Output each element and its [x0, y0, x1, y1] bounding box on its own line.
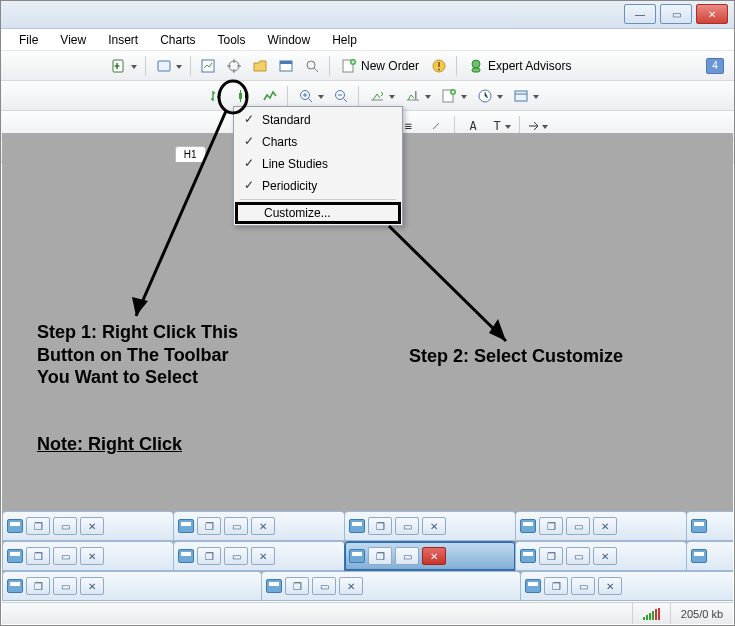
mdi-window[interactable] [686, 511, 733, 541]
ctx-periodicity[interactable]: Periodicity [236, 175, 400, 197]
mdi-restore-button[interactable]: ❐ [26, 517, 50, 535]
mdi-maximize-button[interactable]: ▭ [224, 517, 248, 535]
chart-window-icon [691, 549, 707, 563]
metaquotes-button[interactable] [427, 55, 451, 77]
mdi-maximize-button[interactable]: ▭ [395, 547, 419, 565]
traffic-counter: 205/0 kb [670, 603, 733, 624]
period-tab-h1[interactable]: H1 [175, 146, 206, 162]
mdi-close-button[interactable]: ✕ [598, 577, 622, 595]
indicators-button[interactable] [436, 85, 470, 107]
mdi-window[interactable] [686, 541, 733, 571]
expert-advisors-button[interactable]: Expert Advisors [461, 55, 578, 77]
mdi-close-button[interactable]: ✕ [593, 517, 617, 535]
mdi-maximize-button[interactable]: ▭ [53, 547, 77, 565]
folder-star-icon [252, 58, 268, 74]
mdi-maximize-button[interactable]: ▭ [53, 517, 77, 535]
close-button[interactable]: ✕ [696, 4, 728, 24]
chart-window-icon [178, 549, 194, 563]
menu-insert[interactable]: Insert [98, 31, 148, 49]
svg-rect-14 [245, 92, 248, 98]
mdi-window[interactable]: ❐ ▭ ✕ [515, 511, 687, 541]
mdi-restore-button[interactable]: ❐ [544, 577, 568, 595]
maximize-button[interactable]: ▭ [660, 4, 692, 24]
new-chart-button[interactable] [106, 55, 140, 77]
mdi-restore-button[interactable]: ❐ [197, 547, 221, 565]
ctx-customize[interactable]: Customize... [235, 202, 401, 224]
market-watch-button[interactable] [196, 55, 220, 77]
mdi-close-button[interactable]: ✕ [80, 547, 104, 565]
indicators-icon [441, 88, 457, 104]
mdi-close-button[interactable]: ✕ [251, 517, 275, 535]
new-order-button[interactable]: New Order [334, 55, 426, 77]
chart-window-icon [178, 519, 194, 533]
line-chart-button[interactable] [258, 85, 282, 107]
mdi-maximize-button[interactable]: ▭ [395, 517, 419, 535]
mdi-restore-button[interactable]: ❐ [26, 577, 50, 595]
navigator-button[interactable] [222, 55, 246, 77]
mdi-window[interactable]: ❐ ▭ ✕ [515, 541, 687, 571]
templates-button[interactable] [508, 85, 542, 107]
profiles-button[interactable] [151, 55, 185, 77]
mdi-close-button[interactable]: ✕ [593, 547, 617, 565]
chart-window-icon [7, 519, 23, 533]
mdi-close-button[interactable]: ✕ [80, 517, 104, 535]
mdi-maximize-button[interactable]: ▭ [566, 547, 590, 565]
mdi-restore-button[interactable]: ❐ [368, 547, 392, 565]
mdi-restore-button[interactable]: ❐ [26, 547, 50, 565]
chart-shift-button[interactable] [400, 85, 434, 107]
minimize-button[interactable]: — [624, 4, 656, 24]
mdi-window[interactable]: ❐ ▭ ✕ [261, 571, 521, 601]
mdi-window[interactable]: ❐ ▭ ✕ [520, 571, 733, 601]
mdi-window[interactable]: ❐ ▭ ✕ [2, 511, 174, 541]
zoom-in-button[interactable] [293, 85, 327, 107]
mdi-close-button[interactable]: ✕ [422, 517, 446, 535]
menu-tools[interactable]: Tools [208, 31, 256, 49]
expert-advisors-icon [468, 58, 484, 74]
mdi-window[interactable]: ❐ ▭ ✕ [173, 511, 345, 541]
mdi-window[interactable]: ❐ ▭ ✕ [2, 571, 262, 601]
mdi-maximize-button[interactable]: ▭ [53, 577, 77, 595]
terminal-icon [278, 58, 294, 74]
mdi-window[interactable]: ❐ ▭ ✕ [2, 541, 174, 571]
menu-charts[interactable]: Charts [150, 31, 205, 49]
mdi-restore-button[interactable]: ❐ [539, 517, 563, 535]
mdi-restore-button[interactable]: ❐ [368, 517, 392, 535]
mdi-restore-button[interactable]: ❐ [197, 517, 221, 535]
mdi-restore-button[interactable]: ❐ [285, 577, 309, 595]
ctx-separator [240, 199, 396, 200]
svg-rect-13 [239, 93, 242, 99]
chart-window-icon [349, 549, 365, 563]
mdi-window[interactable]: ❐ ▭ ✕ [344, 511, 516, 541]
notification-badge[interactable]: 4 [706, 58, 724, 74]
arrows-icon [526, 118, 542, 134]
bar-chart-button[interactable] [206, 85, 230, 107]
ctx-charts[interactable]: Charts [236, 131, 400, 153]
mdi-close-button[interactable]: ✕ [339, 577, 363, 595]
mdi-close-button[interactable]: ✕ [80, 577, 104, 595]
mdi-maximize-button[interactable]: ▭ [224, 547, 248, 565]
candlestick-button[interactable] [232, 85, 256, 107]
zoom-out-button[interactable] [329, 85, 353, 107]
mdi-maximize-button[interactable]: ▭ [312, 577, 336, 595]
menu-view[interactable]: View [50, 31, 96, 49]
mdi-window-active[interactable]: ❐ ▭ ✕ [344, 541, 516, 571]
terminal-button[interactable] [274, 55, 298, 77]
autoscroll-icon [369, 88, 385, 104]
chart-window-icon [266, 579, 282, 593]
ctx-line-studies[interactable]: Line Studies [236, 153, 400, 175]
menu-file[interactable]: File [9, 31, 48, 49]
periods-button[interactable] [472, 85, 506, 107]
data-window-button[interactable] [248, 55, 272, 77]
mdi-restore-button[interactable]: ❐ [539, 547, 563, 565]
menu-window[interactable]: Window [258, 31, 321, 49]
strategy-tester-button[interactable] [300, 55, 324, 77]
mdi-maximize-button[interactable]: ▭ [566, 517, 590, 535]
menu-help[interactable]: Help [322, 31, 367, 49]
autoscroll-button[interactable] [364, 85, 398, 107]
mdi-maximize-button[interactable]: ▭ [571, 577, 595, 595]
mdi-window[interactable]: ❐ ▭ ✕ [173, 541, 345, 571]
mdi-close-button[interactable]: ✕ [422, 547, 446, 565]
ctx-standard[interactable]: Standard [236, 109, 400, 131]
mdi-close-button[interactable]: ✕ [251, 547, 275, 565]
svg-rect-1 [158, 61, 170, 71]
